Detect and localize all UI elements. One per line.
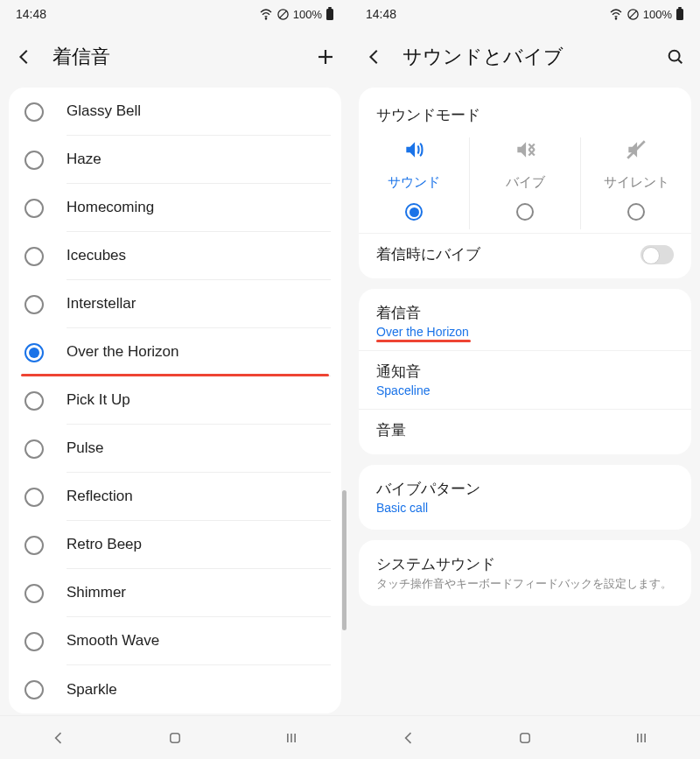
volume-row[interactable]: 音量 bbox=[359, 409, 691, 451]
system-sound-card: システムサウンド タッチ操作音やキーボードフィードバックを設定します。 bbox=[359, 540, 691, 606]
sound-mode-row: サウンド バイブ サイレント bbox=[359, 129, 691, 233]
ringtone-label-wrap: Sparkle bbox=[66, 665, 331, 713]
ringtone-label-wrap: Haze bbox=[66, 136, 331, 184]
ringtone-item[interactable]: Haze bbox=[9, 136, 341, 184]
mode-sound[interactable]: サウンド bbox=[359, 137, 470, 229]
svg-rect-14 bbox=[676, 9, 683, 20]
ringtone-screen: 14:48 100% 着信音 Glassy BellHazeHomecoming… bbox=[0, 0, 350, 759]
vibrate-on-ring-label: 着信時にバイブ bbox=[376, 244, 640, 264]
nav-recent[interactable] bbox=[615, 729, 668, 747]
square-icon bbox=[167, 730, 183, 746]
vibrate-icon bbox=[513, 137, 537, 162]
ringtone-item[interactable]: Interstellar bbox=[9, 280, 341, 328]
svg-rect-15 bbox=[678, 7, 682, 9]
radio-button[interactable] bbox=[24, 151, 44, 170]
radio-button[interactable] bbox=[24, 102, 44, 122]
battery-pct: 100% bbox=[643, 8, 672, 21]
radio-button[interactable] bbox=[24, 488, 44, 507]
search-button[interactable] bbox=[663, 45, 688, 69]
sound-mode-title: サウンドモード bbox=[359, 91, 691, 129]
nav-bar bbox=[0, 715, 350, 759]
ringtone-label: Reflection bbox=[66, 488, 133, 505]
vib-pattern-row[interactable]: バイブパターン Basic call bbox=[359, 468, 691, 526]
status-time: 14:48 bbox=[16, 7, 259, 21]
bars-icon bbox=[633, 729, 650, 747]
ringtone-item[interactable]: Pick It Up bbox=[9, 376, 341, 425]
mode-sound-radio bbox=[405, 203, 423, 221]
ringtone-label: Smooth Wave bbox=[66, 632, 159, 650]
vibration-card: バイブパターン Basic call bbox=[359, 465, 691, 530]
settings-content[interactable]: サウンドモード サウンド バイブ bbox=[350, 88, 700, 715]
ringtone-item[interactable]: Reflection bbox=[9, 473, 341, 521]
status-time: 14:48 bbox=[366, 7, 609, 21]
ringtone-item[interactable]: Shimmer bbox=[9, 569, 341, 617]
search-icon bbox=[666, 47, 685, 67]
ringtone-item[interactable]: Icecubes bbox=[9, 232, 341, 280]
nav-home[interactable] bbox=[499, 730, 551, 746]
ringtone-list-container: Glassy BellHazeHomecomingIcecubesInterst… bbox=[0, 88, 350, 715]
nav-back[interactable] bbox=[382, 729, 435, 747]
radio-button[interactable] bbox=[24, 247, 44, 266]
svg-rect-7 bbox=[171, 733, 180, 742]
vibrate-on-ring-toggle[interactable] bbox=[640, 245, 674, 264]
nav-recent[interactable] bbox=[265, 729, 318, 747]
system-sound-row[interactable]: システムサウンド タッチ操作音やキーボードフィードバックを設定します。 bbox=[359, 544, 691, 602]
battery-icon bbox=[676, 7, 684, 21]
ringtone-label: Shimmer bbox=[66, 584, 126, 601]
svg-rect-23 bbox=[521, 733, 530, 742]
ringtone-item[interactable]: Over the Horizon bbox=[9, 328, 341, 376]
ringtone-item[interactable]: Glassy Bell bbox=[9, 88, 341, 136]
square-icon bbox=[517, 730, 533, 746]
radio-button[interactable] bbox=[24, 391, 44, 411]
vib-pattern-title: バイブパターン bbox=[376, 479, 674, 499]
svg-point-0 bbox=[265, 18, 266, 19]
nav-bar bbox=[350, 715, 700, 759]
mode-vibrate[interactable]: バイブ bbox=[470, 137, 581, 229]
ringtone-label: Pick It Up bbox=[66, 391, 130, 409]
radio-button[interactable] bbox=[24, 295, 44, 314]
ringtone-item[interactable]: Sparkle bbox=[9, 665, 341, 713]
ringtone-label-wrap: Icecubes bbox=[66, 232, 331, 280]
ringtone-label: Homecoming bbox=[66, 199, 154, 216]
radio-button[interactable] bbox=[24, 584, 44, 603]
ringtone-label: Interstellar bbox=[66, 295, 136, 313]
mode-silent-radio bbox=[627, 203, 645, 221]
radio-button[interactable] bbox=[24, 343, 44, 362]
sound-icon bbox=[402, 137, 426, 162]
radio-button[interactable] bbox=[24, 680, 44, 699]
scrollbar-thumb[interactable] bbox=[342, 490, 346, 630]
ringtone-value: Over the Horizon bbox=[376, 325, 469, 339]
radio-button[interactable] bbox=[24, 536, 44, 555]
appbar-right: サウンドとバイブ bbox=[350, 28, 700, 88]
radio-button[interactable] bbox=[24, 632, 44, 651]
ringtone-item[interactable]: Smooth Wave bbox=[9, 617, 341, 665]
radio-button[interactable] bbox=[24, 199, 44, 218]
status-bar: 14:48 100% bbox=[0, 0, 350, 28]
mode-vibrate-label: バイブ bbox=[506, 174, 545, 191]
ringtone-item[interactable]: Pulse bbox=[9, 425, 341, 473]
notification-row[interactable]: 通知音 Spaceline bbox=[359, 350, 691, 409]
svg-point-11 bbox=[615, 18, 616, 19]
status-right: 100% bbox=[259, 7, 334, 21]
ringtone-item[interactable]: Homecoming bbox=[9, 184, 341, 232]
chevron-left-icon bbox=[400, 729, 417, 747]
ringtone-label: Retro Beep bbox=[66, 536, 142, 553]
back-button[interactable] bbox=[12, 45, 37, 69]
mode-silent[interactable]: サイレント bbox=[581, 137, 691, 229]
ringtone-label: Haze bbox=[66, 151, 102, 168]
svg-rect-3 bbox=[326, 9, 333, 20]
ringtone-label-wrap: Reflection bbox=[66, 473, 331, 521]
ringtone-list[interactable]: Glassy BellHazeHomecomingIcecubesInterst… bbox=[9, 88, 341, 713]
radio-button[interactable] bbox=[24, 439, 44, 459]
nav-back[interactable] bbox=[32, 729, 85, 747]
nav-home[interactable] bbox=[149, 730, 201, 746]
vibrate-on-ring-row[interactable]: 着信時にバイブ bbox=[359, 233, 691, 275]
add-button[interactable] bbox=[313, 45, 338, 69]
ringtone-row[interactable]: 着信音 Over the Horizon bbox=[359, 292, 691, 350]
page-title: サウンドとバイブ bbox=[402, 44, 648, 70]
mode-sound-label: サウンド bbox=[388, 174, 440, 191]
sound-mode-card: サウンドモード サウンド バイブ bbox=[359, 88, 691, 278]
ringtone-item[interactable]: Retro Beep bbox=[9, 521, 341, 569]
battery-pct: 100% bbox=[293, 8, 322, 21]
back-button[interactable] bbox=[362, 45, 387, 69]
